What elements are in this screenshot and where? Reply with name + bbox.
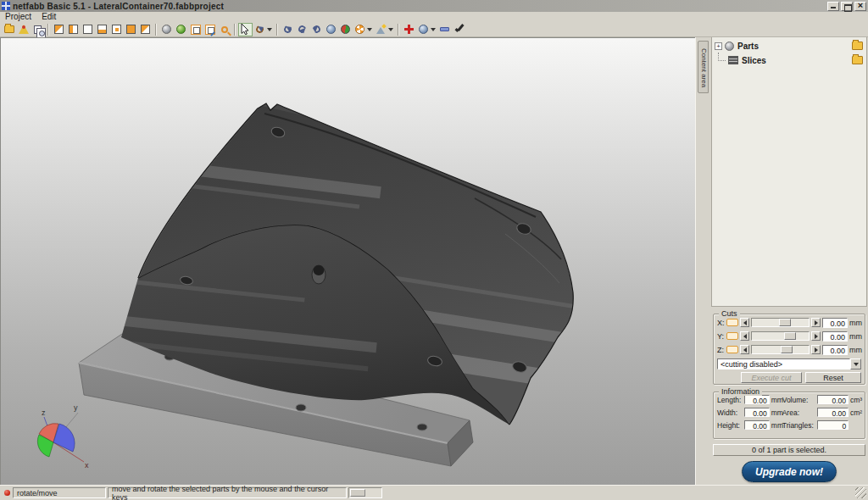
volume-label: Volume: [782, 396, 817, 404]
cut-y-label: Y: [717, 332, 725, 341]
repair-wizard-icon[interactable] [374, 23, 388, 36]
bounding-box-icon[interactable] [188, 23, 203, 36]
rotate-y-icon[interactable] [295, 23, 309, 36]
load-parts-folder-icon[interactable] [852, 42, 863, 50]
axis-label-y: y [74, 403, 78, 412]
rotate-z-icon[interactable] [309, 23, 324, 36]
cut-z-slider-thumb[interactable] [781, 346, 793, 353]
shaded-view-icon[interactable] [159, 23, 174, 36]
cut-y-slider-thumb[interactable] [784, 332, 796, 340]
sphere-view-icon[interactable] [324, 23, 338, 36]
execute-cut-button[interactable]: Execute cut [741, 372, 802, 383]
cut-wheel-icon[interactable] [353, 23, 367, 36]
open-project-icon[interactable] [2, 23, 16, 36]
cut-row-z: Z: 0.00 mm [717, 344, 861, 355]
zoom-icon[interactable] [217, 23, 231, 36]
upgrade-now-button[interactable]: Upgrade now! [742, 461, 837, 482]
area-unit: cm² [849, 408, 861, 417]
expand-icon[interactable]: + [715, 42, 722, 50]
cut-x-slider[interactable] [751, 318, 810, 327]
height-value: 0.00 [744, 420, 769, 430]
cut-z-slider-left-icon[interactable] [740, 345, 749, 354]
repair-script-dropdown-icon[interactable] [431, 28, 436, 31]
cut-z-value[interactable]: 0.00 [822, 345, 848, 355]
menu-edit[interactable]: Edit [36, 12, 61, 22]
add-part-icon[interactable] [16, 23, 31, 36]
material-view-icon[interactable] [174, 23, 188, 36]
tree-item-label[interactable]: Parts [737, 42, 759, 51]
view-cube-left-icon[interactable] [95, 23, 109, 36]
repair-script-icon[interactable] [416, 23, 431, 36]
cutting-mode-dropdown-icon[interactable] [850, 358, 861, 369]
length-unit: mm [770, 396, 782, 404]
model-lateral-container: z y x [0, 37, 695, 485]
cut-y-slider[interactable] [751, 331, 810, 341]
window-title: netfabb Basic 5.1 - LateralContainer70.f… [13, 2, 224, 11]
rotate-x-icon[interactable] [281, 23, 295, 36]
status-record-icon [4, 490, 10, 496]
axis-label-z: z [42, 408, 46, 417]
rotate-tool-dropdown-icon[interactable] [267, 28, 272, 31]
tree-panel: + Parts Slices [711, 37, 867, 307]
tree-item-slices[interactable]: Slices [712, 54, 866, 66]
select-cursor-icon[interactable] [238, 23, 253, 36]
edit-box-icon[interactable] [203, 23, 217, 36]
viewport-3d[interactable]: z y x [0, 37, 695, 485]
minimize-button[interactable] [827, 2, 839, 11]
view-cube-front-icon[interactable] [66, 23, 81, 36]
resize-grip-icon[interactable] [855, 487, 866, 498]
area-value: 0.00 [817, 408, 849, 417]
collision-view-icon[interactable] [338, 23, 353, 36]
toolbar-separator [47, 24, 49, 36]
cut-y-slider-right-icon[interactable] [811, 331, 821, 341]
cut-wheel-dropdown-icon[interactable] [367, 28, 372, 31]
cut-x-slider-left-icon[interactable] [740, 318, 749, 327]
cut-z-slider[interactable] [751, 345, 810, 354]
repair-wizard-dropdown-icon[interactable] [388, 28, 393, 31]
view-cube-top-icon[interactable] [124, 23, 138, 36]
cut-z-label: Z: [717, 346, 725, 354]
triangles-label: Triangles: [782, 421, 817, 430]
view-cube-iso-icon[interactable] [52, 23, 66, 36]
reset-button[interactable]: Reset [805, 372, 861, 383]
load-slices-folder-icon[interactable] [852, 56, 863, 64]
information-group-title: Information [719, 387, 762, 396]
cuts-group: Cuts X: 0.00 mm Y: 0.00 mm Z: 0.00 [713, 314, 865, 385]
rotate-tool-icon[interactable] [253, 23, 267, 36]
view-cube-bottom-icon[interactable] [138, 23, 153, 36]
cut-y-checkbox[interactable] [726, 332, 738, 340]
cut-z-checkbox[interactable] [726, 346, 738, 353]
view-cube-back-icon[interactable] [81, 23, 95, 36]
tree-connector [718, 53, 726, 61]
cut-y-slider-left-icon[interactable] [740, 331, 749, 341]
remove-triangle-icon[interactable] [437, 23, 452, 36]
tree-item-parts[interactable]: + Parts [712, 40, 866, 52]
context-area-tab[interactable]: Content area [698, 41, 709, 93]
cut-y-value[interactable]: 0.00 [822, 331, 848, 342]
view-cube-right-icon[interactable] [109, 23, 124, 36]
apply-repair-icon[interactable] [452, 23, 466, 36]
cut-z-slider-right-icon[interactable] [811, 345, 821, 354]
cut-x-checkbox[interactable] [726, 319, 738, 326]
copy-part-icon[interactable] [31, 23, 45, 36]
tree-item-label[interactable]: Slices [742, 56, 766, 65]
close-button[interactable] [854, 2, 866, 11]
slices-icon [728, 56, 738, 64]
menu-bar: Project Edit [0, 12, 868, 22]
cut-row-x: X: 0.00 mm [717, 317, 861, 328]
cut-x-slider-thumb[interactable] [779, 319, 791, 326]
maximize-button[interactable] [841, 2, 853, 11]
cutting-mode-select[interactable]: <cutting disabled> [717, 358, 850, 369]
status-bar: rotate/move move and rotate the selected… [0, 485, 868, 500]
length-label: Length: [717, 396, 744, 404]
menu-project[interactable]: Project [0, 12, 36, 22]
add-triangle-icon[interactable] [402, 23, 416, 36]
length-value: 0.00 [744, 395, 769, 404]
status-hint: move and rotate the selected parts by th… [108, 487, 347, 498]
cut-x-value[interactable]: 0.00 [822, 318, 848, 328]
cut-x-slider-right-icon[interactable] [811, 318, 821, 327]
triangles-value: 0 [817, 420, 849, 430]
width-label: Width: [717, 408, 744, 417]
context-strip: Content area [695, 37, 710, 485]
toolbar-separator [234, 24, 236, 36]
